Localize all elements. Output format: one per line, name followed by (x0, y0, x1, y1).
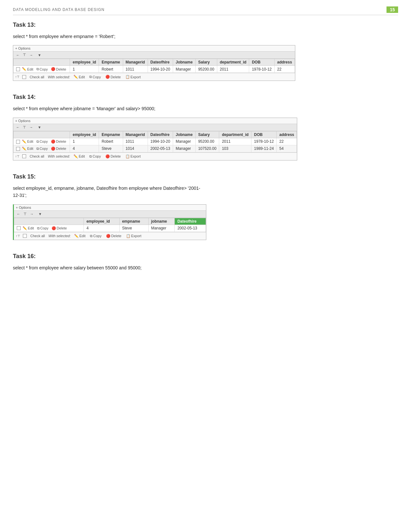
col-header-address-14[interactable]: address (277, 131, 297, 138)
footer-delete-icon-15: 🔴 (106, 234, 111, 238)
with-selected-label: With selected: (48, 75, 70, 79)
footer-export-btn[interactable]: 📋 Export (124, 74, 142, 79)
copy-button[interactable]: ⧉ Copy (35, 139, 49, 144)
col-header-checkbox-15 (14, 218, 84, 225)
cell-empname-15: Steve (119, 225, 148, 232)
task-14-nav-bar: ← ⊤ → ▼ (13, 124, 297, 131)
col-header-employee-id[interactable]: employee_id (70, 59, 99, 66)
footer-copy-btn-15[interactable]: ⧉ Copy (89, 234, 103, 238)
col-header-jobname[interactable]: Jobname (173, 59, 195, 66)
footer-copy-icon-14: ⧉ (89, 154, 92, 159)
footer-export-btn-14[interactable]: 📋 Export (124, 154, 142, 159)
footer-checkbox-14[interactable] (22, 154, 26, 158)
edit-button[interactable]: ✏️ Edit (21, 146, 34, 151)
col-header-address[interactable]: address (274, 59, 295, 66)
cell-employee-id: 1 (70, 138, 99, 145)
footer-delete-btn-15[interactable]: 🔴 Delete (105, 234, 122, 238)
edit-button[interactable]: ✏️Edit (21, 67, 34, 72)
task-15-section: Task 15: select employee_id, empname, jo… (13, 173, 398, 243)
cell-employee-id: 1 (70, 66, 99, 73)
task-15-options[interactable]: + Options (14, 205, 206, 211)
footer-edit-btn[interactable]: ✏️ Edit (73, 74, 86, 79)
row-checkbox[interactable] (16, 140, 20, 144)
check-all-button-14[interactable]: Check all (29, 154, 45, 159)
with-selected-label-15: With selected: (48, 234, 71, 238)
col-header-empname-15[interactable]: empname (119, 218, 148, 225)
footer-copy-btn-14[interactable]: ⧉ Copy (88, 154, 102, 159)
task-14-section: Task 14: select * from employee where jo… (13, 94, 398, 163)
col-header-managerid[interactable]: Managerid (123, 59, 148, 66)
cell-salary: 107520.00 (195, 145, 219, 152)
nav-split-arrow-14[interactable]: ⊤ (22, 125, 27, 130)
footer-edit-icon-15: ✏️ (74, 234, 79, 238)
edit-icon: ✏️ (23, 226, 27, 230)
row-checkbox[interactable] (16, 67, 20, 71)
cell-jobname: Manager (173, 145, 195, 152)
copy-button[interactable]: ⧉ Copy (36, 226, 50, 231)
copy-icon: ⧉ (36, 147, 39, 151)
nav-split-arrow[interactable]: ⊤ (22, 53, 27, 57)
footer-sort-icon: ↑⊤ (15, 75, 20, 79)
nav-split-arrow-15[interactable]: ⊤ (23, 212, 28, 217)
task-15-table-box: + Options ← ⊤ → ▼ employee_id empname jo… (13, 204, 206, 240)
nav-left-arrow[interactable]: ← (15, 53, 21, 57)
col-header-jobname-14[interactable]: Jobname (173, 131, 195, 138)
check-all-button[interactable]: Check all (29, 75, 45, 79)
col-header-dob-14[interactable]: DOB (251, 131, 277, 138)
col-header-dateofhire-15[interactable]: Dateofhire (175, 218, 206, 225)
table-row: ✏️Edit ⧉Copy 🔴Delete 1 Robert 1011 1994-… (14, 66, 295, 73)
delete-button[interactable]: 🔴 Delete (50, 146, 67, 151)
cell-dateofhire: 2002-05-13 (148, 145, 173, 152)
delete-button[interactable]: 🔴 Delete (50, 139, 67, 144)
col-header-dob[interactable]: DOB (249, 59, 274, 66)
nav-left-arrow-15[interactable]: ← (16, 212, 21, 216)
col-header-checkbox (14, 59, 70, 66)
row-checkbox[interactable] (17, 226, 21, 230)
delete-icon: 🔴 (52, 226, 56, 230)
col-header-empname-14[interactable]: Empname (99, 131, 123, 138)
nav-left-arrow-14[interactable]: ← (15, 125, 21, 130)
task-16-section: Task 16: select * from employee where sa… (13, 253, 398, 271)
copy-button[interactable]: ⧉Copy (35, 67, 49, 72)
nav-right-arrow[interactable]: → (28, 53, 34, 57)
check-all-button-15[interactable]: Check all (29, 234, 46, 238)
col-header-employee-id-14[interactable]: employee_id (70, 131, 99, 138)
footer-export-btn-15[interactable]: 📋 Export (125, 234, 142, 238)
col-header-checkbox-14 (14, 131, 70, 138)
col-header-dateofhire-14[interactable]: Dateofhire (148, 131, 173, 138)
edit-icon: ✏️ (22, 147, 26, 151)
col-header-salary-14[interactable]: Salary (195, 131, 219, 138)
footer-edit-btn-14[interactable]: ✏️ Edit (73, 154, 86, 159)
table-row: ✏️ Edit ⧉ Copy 🔴 Delete 1 Robert 1011 19… (14, 138, 297, 145)
copy-button[interactable]: ⧉ Copy (35, 146, 49, 151)
edit-button[interactable]: ✏️ Edit (22, 226, 35, 231)
task-14-options[interactable]: + Options (13, 118, 297, 124)
col-header-dept-id-14[interactable]: department_id (219, 131, 251, 138)
col-header-managerid-14[interactable]: Managerid (123, 131, 148, 138)
delete-button[interactable]: 🔴 Delete (51, 226, 68, 231)
footer-delete-btn[interactable]: 🔴 Delete (104, 74, 122, 79)
footer-delete-icon: 🔴 (105, 75, 110, 79)
col-header-employee-id-15[interactable]: employee_id (84, 218, 120, 225)
task-14-table-box: + Options ← ⊤ → ▼ employee_id Empname Ma… (13, 118, 297, 160)
footer-edit-btn-15[interactable]: ✏️ Edit (73, 234, 86, 238)
edit-button[interactable]: ✏️ Edit (21, 139, 34, 144)
footer-checkbox[interactable] (22, 75, 26, 79)
task-13-options[interactable]: + Options (13, 45, 295, 52)
col-header-jobname-15[interactable]: jobname (148, 218, 175, 225)
cell-empname: Steve (99, 145, 123, 152)
nav-right-arrow-15[interactable]: → (29, 212, 34, 216)
col-header-empname[interactable]: Empname (99, 59, 123, 66)
nav-right-arrow-14[interactable]: → (28, 125, 34, 130)
delete-icon: 🔴 (51, 140, 55, 144)
col-header-salary[interactable]: Salary (195, 59, 217, 66)
edit-icon: ✏️ (22, 140, 26, 144)
footer-delete-btn-14[interactable]: 🔴 Delete (104, 154, 122, 159)
col-header-dept-id[interactable]: department_id (217, 59, 249, 66)
footer-checkbox-15[interactable] (23, 234, 27, 238)
col-header-dateofhire[interactable]: Dateofhire (148, 59, 173, 66)
cell-jobname-15: Manager (148, 225, 175, 232)
delete-button[interactable]: 🔴Delete (50, 67, 67, 72)
row-checkbox[interactable] (16, 147, 20, 151)
footer-copy-btn[interactable]: ⧉ Copy (88, 74, 102, 79)
